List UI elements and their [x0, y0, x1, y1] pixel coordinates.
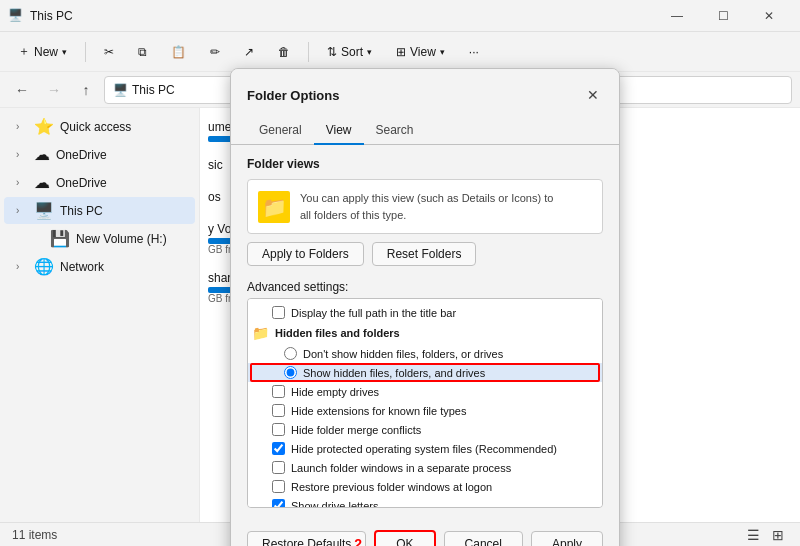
ok-button[interactable]: 2 OK: [374, 530, 435, 546]
tab-general[interactable]: General: [247, 117, 314, 145]
checkbox-hide-folder-merge[interactable]: [272, 423, 285, 436]
apply-button[interactable]: Apply: [531, 531, 603, 546]
badge-2: 2: [354, 536, 362, 546]
advanced-settings-label: Advanced settings:: [247, 280, 603, 294]
setting-label: Hide protected operating system files (R…: [291, 443, 557, 455]
checkbox-restore-previous-folder[interactable]: [272, 480, 285, 493]
tab-search[interactable]: Search: [364, 117, 426, 145]
setting-launch-folder-windows[interactable]: Launch folder windows in a separate proc…: [248, 458, 602, 477]
setting-label: Hide extensions for known file types: [291, 405, 466, 417]
settings-list[interactable]: Display the full path in the title bar 📁…: [247, 298, 603, 508]
radio-show-hidden[interactable]: [284, 366, 297, 379]
setting-hide-folder-merge[interactable]: Hide folder merge conflicts: [248, 420, 602, 439]
setting-label: Launch folder windows in a separate proc…: [291, 462, 511, 474]
setting-label: Show hidden files, folders, and drives: [303, 367, 485, 379]
dialog-overlay: Folder Options ✕ General View Search Fol…: [0, 0, 800, 546]
setting-show-drive-letters[interactable]: Show drive letters: [248, 496, 602, 508]
dialog-title-bar: Folder Options ✕: [231, 69, 619, 117]
folder-views-description: You can apply this view (such as Details…: [300, 190, 553, 223]
checkbox-full-path[interactable]: [272, 306, 285, 319]
setting-label: Hide folder merge conflicts: [291, 424, 421, 436]
setting-label: Show drive letters: [291, 500, 378, 509]
dialog-footer: Restore Defaults 2 OK Cancel Apply: [231, 520, 619, 546]
dialog-body: Folder views 📁 You can apply this view (…: [231, 145, 619, 520]
folder-options-dialog: Folder Options ✕ General View Search Fol…: [230, 68, 620, 546]
folder-views-box: 📁 You can apply this view (such as Detai…: [247, 179, 603, 234]
setting-label: Hidden files and folders: [275, 327, 400, 339]
setting-hide-empty-drives[interactable]: Hide empty drives: [248, 382, 602, 401]
folder-views-buttons: Apply to Folders Reset Folders: [247, 242, 603, 266]
restore-defaults-button[interactable]: Restore Defaults: [247, 531, 366, 546]
setting-restore-previous-folder[interactable]: Restore previous folder windows at logon: [248, 477, 602, 496]
setting-full-path[interactable]: Display the full path in the title bar: [248, 303, 602, 322]
dialog-close-button[interactable]: ✕: [579, 81, 607, 109]
checkbox-launch-folder-windows[interactable]: [272, 461, 285, 474]
setting-show-hidden[interactable]: Show hidden files, folders, and drives 1: [248, 363, 602, 382]
setting-hidden-files-header: 📁 Hidden files and folders: [248, 322, 602, 344]
setting-label: Restore previous folder windows at logon: [291, 481, 492, 493]
dialog-tabs: General View Search: [231, 117, 619, 145]
folder-views-label: Folder views: [247, 157, 603, 171]
footer-buttons: 2 OK Cancel Apply: [374, 530, 603, 546]
tab-view[interactable]: View: [314, 117, 364, 145]
setting-hide-extensions[interactable]: Hide extensions for known file types: [248, 401, 602, 420]
dialog-title: Folder Options: [247, 88, 579, 103]
checkbox-hide-extensions[interactable]: [272, 404, 285, 417]
setting-label: Display the full path in the title bar: [291, 307, 456, 319]
radio-dont-show-hidden[interactable]: [284, 347, 297, 360]
folder-icon: 📁: [258, 191, 290, 223]
apply-to-folders-button[interactable]: Apply to Folders: [247, 242, 364, 266]
cancel-button[interactable]: Cancel: [444, 531, 523, 546]
setting-label: Don't show hidden files, folders, or dri…: [303, 348, 503, 360]
setting-hide-protected-os[interactable]: Hide protected operating system files (R…: [248, 439, 602, 458]
checkbox-show-drive-letters[interactable]: [272, 499, 285, 508]
setting-dont-show-hidden[interactable]: Don't show hidden files, folders, or dri…: [248, 344, 602, 363]
checkbox-hide-protected-os[interactable]: [272, 442, 285, 455]
reset-folders-button[interactable]: Reset Folders: [372, 242, 477, 266]
hidden-files-folder-icon: 📁: [252, 325, 269, 341]
checkbox-hide-empty-drives[interactable]: [272, 385, 285, 398]
setting-label: Hide empty drives: [291, 386, 379, 398]
